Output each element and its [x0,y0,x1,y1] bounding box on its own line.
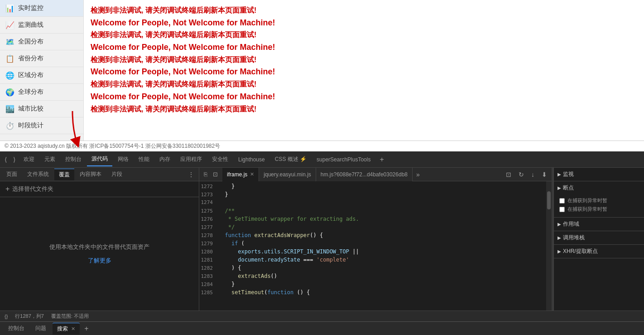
line-code-1284: } [218,281,235,287]
editor-rotate-icon[interactable]: ↻ [516,169,527,180]
alert-line-english: Welcome for People, Not Welcome for Mach… [91,16,637,29]
tab-application[interactable]: 应用程序 [176,153,207,166]
breakpoint-checkbox-1[interactable] [559,198,565,204]
tab-network[interactable]: 网络 [113,153,133,166]
footer-text: © 2013-2023 aqistudy.cn 版权所有 浙ICP备150077… [5,142,220,150]
scope-header[interactable]: ▶ 作用域 [554,218,644,231]
right-section-breakpoints: ▶ 断点 在捕获到异常时暂 在捕获到异常时暂 [554,181,644,218]
code-scrollbar[interactable] [546,181,552,311]
tab-security[interactable]: 安全性 [207,153,233,166]
tab-sources[interactable]: 源代码 [87,152,112,166]
breakpoint-item-1: 在捕获到异常时暂 [559,196,639,205]
editor-icon-split[interactable]: ⊡ [210,169,221,180]
tab-super-search[interactable]: superSearchPlusTools [312,154,375,165]
code-line-1282: 1282 ) { [199,265,546,273]
devtools-top-tabs: ⟨ ⟩ 欢迎 元素 控制台 源代码 网络 性能 内存 应用程序 安全性 Ligh… [0,151,644,168]
code-content[interactable]: 1272 }1273 }12741275 /**1276 * SetTimeou… [199,181,552,311]
code-line-1283: 1283 extractAds() [199,273,546,281]
bottom-tab-console[interactable]: 控制台 [4,323,29,334]
editor-expand-icon[interactable]: ⊡ [503,169,514,180]
line-num-1277: 1277 [199,224,218,230]
callstack-header[interactable]: ▶ 调用堆栈 [554,231,644,244]
breakpoint-checkbox-2[interactable] [559,207,565,212]
sub-tab-content-scripts[interactable]: 内容脚本 [75,169,106,180]
sidebar-label-region: 区域分布 [18,71,43,79]
line-num-1280: 1280 [199,249,218,255]
code-line-1277: 1277 */ [199,224,546,232]
tab-css-overview[interactable]: CSS 概述 ⚡ [270,153,311,166]
add-tab-button[interactable]: + [376,154,387,165]
right-section-scope: ▶ 作用域 [554,218,644,231]
sidebar-item-time-stats[interactable]: ⏱️时段统计 [0,117,83,134]
tab-welcome[interactable]: 欢迎 [19,153,39,166]
status-coverage: 覆盖范围: 不适用 [51,313,89,320]
tab-performance[interactable]: 性能 [134,153,154,166]
watch-label: 监视 [563,170,574,178]
sidebar-item-realtime[interactable]: 📊实时监控 [0,0,83,17]
editor-tab-right: ⊡ ↻ ↓ ⬇ [503,169,552,180]
scope-label: 作用域 [563,220,579,228]
code-line-1272: 1272 } [199,183,546,191]
alert-line-english: Welcome for People, Not Welcome for Mach… [91,65,637,78]
editor-tab-hm-label: hm.js?6088e7f72...d4bafe03026db8 [321,171,408,178]
bottom-tab-add[interactable]: + [82,324,91,334]
editor-down-icon[interactable]: ↓ [529,169,537,180]
learn-more-link[interactable]: 了解更多 [88,257,111,265]
line-code-1273: } [218,191,228,198]
code-line-1279: 1279 if ( [199,240,546,248]
watch-header[interactable]: ▶ 监视 [554,168,644,181]
bottom-tab-issues[interactable]: 问题 [31,323,51,334]
sidebar-item-region[interactable]: 🌐区域分布 [0,67,83,84]
sidebar-item-city-compare[interactable]: 🏙️城市比较 [0,101,83,117]
tab-elements[interactable]: 元素 [40,153,60,166]
editor-tab-iframe-close[interactable]: ✕ [250,171,254,177]
code-line-1280: 1280 exports.utils.SCRIPT_IN_WINDOW_TOP … [199,248,546,257]
line-num-1273: 1273 [199,192,218,198]
editor-tab-more[interactable]: » [413,169,423,180]
code-line-1281: 1281 document.readyState === 'complete' [199,257,546,265]
back-icon[interactable]: ⟨ [2,153,10,166]
sidebar-item-global[interactable]: 🌍全球分布 [0,84,83,101]
sidebar-item-province[interactable]: 📋省份分布 [0,50,83,67]
line-num-1283: 1283 [199,273,218,279]
sub-tab-filesystem[interactable]: 文件系统 [23,169,53,180]
sidebar-icon-city-compare: 🏙️ [5,104,14,113]
line-code-1278: function extractAdsWrapper() { [218,232,323,238]
sidebar-label-national: 全国分布 [18,38,43,46]
code-line-1275: 1275 /** [199,208,546,216]
code-line-1274: 1274 [199,199,546,208]
sub-tab-overrides[interactable]: 覆盖 [54,169,74,180]
bottom-tab-search[interactable]: 搜索 ✕ [53,323,80,335]
add-folder-icon[interactable]: + [5,185,10,193]
breakpoints-header[interactable]: ▶ 断点 [554,181,644,194]
editor-tab-jquery[interactable]: jquery.easyui.min.js [259,168,316,181]
line-num-1284: 1284 [199,282,218,287]
sub-tab-page[interactable]: 页面 [2,169,22,180]
forward-icon[interactable]: ⟩ [10,153,18,166]
editor-tab-iframe-label: iframe.js [227,171,247,178]
breakpoint-label-1: 在捕获到异常时暂 [567,197,607,204]
placeholder-text: 使用本地文件夹中的文件替代页面资产 [49,243,149,251]
line-code-1279: if ( [218,240,245,247]
editor-icon-new[interactable]: ⎘ [201,169,210,180]
tab-memory[interactable]: 内存 [155,153,175,166]
sidebar-item-national[interactable]: 🗺️全国分布 [0,34,83,50]
tab-console[interactable]: 控制台 [61,153,86,166]
tab-lighthouse[interactable]: Lighthouse [234,154,269,165]
code-scroll[interactable]: 1272 }1273 }12741275 /**1276 * SetTimeou… [199,181,546,311]
sidebar-item-monitor-curve[interactable]: 📈监测曲线 [0,17,83,34]
breakpoints-label: 断点 [563,184,574,192]
xhr-header[interactable]: ▶ XHR/提取断点 [554,245,644,258]
sub-tab-more[interactable]: ⋮ [185,169,197,180]
xhr-arrow: ▶ [557,249,561,254]
sidebar-label-global: 全球分布 [18,88,43,96]
add-folder-label: 选择替代文件夹 [12,185,53,193]
sub-tab-snippets[interactable]: 片段 [107,169,127,180]
line-num-1272: 1272 [199,184,218,189]
code-line-1276: 1276 * SetTimeout wrapper for extracting… [199,216,546,224]
editor-tab-hm[interactable]: hm.js?6088e7f72...d4bafe03026db8 [316,168,413,181]
right-panel: ▶ 监视 ▶ 断点 在捕获到异常时暂 在捕获到异常时暂 [553,168,644,311]
editor-scroll-icon[interactable]: ⬇ [539,169,550,180]
bottom-tab-search-close[interactable]: ✕ [71,326,75,331]
editor-tab-iframe[interactable]: iframe.js ✕ [222,168,259,181]
